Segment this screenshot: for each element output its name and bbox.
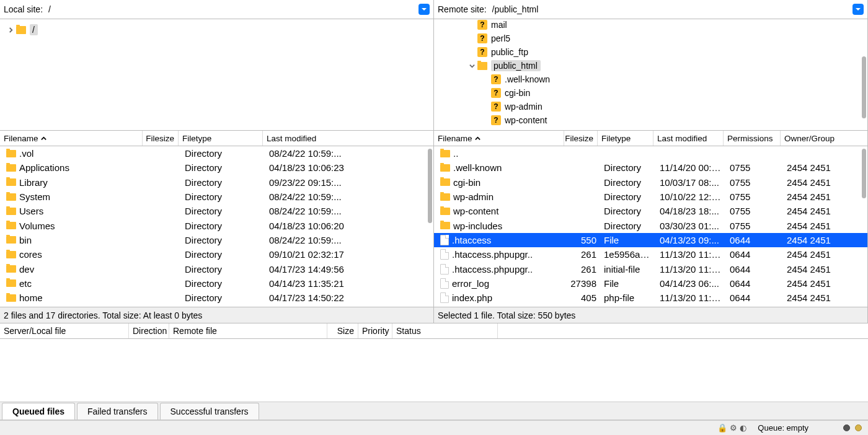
file-row[interactable]: wp-includesDirectory03/30/23 01:...07552… xyxy=(434,218,867,232)
col-remote-file[interactable]: Remote file xyxy=(169,323,327,338)
file-type: Directory xyxy=(600,162,656,173)
tree-item[interactable]: ?perl5 xyxy=(440,32,865,45)
local-path-input[interactable] xyxy=(46,2,418,16)
unknown-folder-icon: ? xyxy=(491,88,501,98)
local-path-dropdown-button[interactable] xyxy=(418,4,430,15)
remote-file-list[interactable]: ...well-knownDirectory11/14/20 00:1...07… xyxy=(434,146,867,307)
col-permissions[interactable]: Permissions xyxy=(724,131,781,146)
file-modified: 04/14/23 11:35:21 xyxy=(265,278,428,289)
tab-queued-files[interactable]: Queued files xyxy=(2,403,75,420)
file-modified: 09/10/21 02:32:17 xyxy=(265,249,428,260)
remote-list-header[interactable]: Filename Filesize Filetype Last modified… xyxy=(434,130,867,146)
col-filesize[interactable]: Filesize xyxy=(143,131,179,146)
file-modified: 04/13/23 09:... xyxy=(656,235,726,245)
tab-failed-transfers[interactable]: Failed transfers xyxy=(77,403,157,420)
tree-item[interactable]: ?wp-admin xyxy=(440,100,865,113)
scrollbar-thumb[interactable] xyxy=(862,56,866,118)
tree-item[interactable]: ?cgi-bin xyxy=(440,86,865,100)
col-filename[interactable]: Filename xyxy=(0,131,143,146)
queue-header[interactable]: Server/Local file Direction Remote file … xyxy=(0,323,868,339)
file-modified: 08/24/22 10:59:... xyxy=(265,206,428,216)
file-row[interactable]: .htaccess.phpupgr..261initial-file11/13/… xyxy=(434,261,867,276)
file-row[interactable]: wp-contentDirectory04/18/23 18:...075524… xyxy=(434,204,867,218)
file-icon xyxy=(440,235,449,245)
remote-directory-tree[interactable]: ?mail?perl5?public_ftppublic_html?.well-… xyxy=(434,19,867,130)
tree-item[interactable]: ?public_ftp xyxy=(440,45,865,59)
col-status[interactable]: Status xyxy=(392,323,498,338)
disclosure-right-icon[interactable] xyxy=(6,25,15,34)
col-filetype[interactable]: Filetype xyxy=(598,131,653,146)
file-row[interactable]: wp-adminDirectory10/10/22 12:5...0755245… xyxy=(434,190,867,204)
file-icon xyxy=(440,249,449,260)
tree-item-label: perl5 xyxy=(491,33,510,43)
tree-item[interactable]: ?mail xyxy=(440,19,865,32)
file-row[interactable]: homeDirectory04/17/23 14:50:22 xyxy=(0,291,433,305)
file-row[interactable]: .htaccess550File04/13/23 09:...06442454 … xyxy=(434,233,867,247)
col-server-file[interactable]: Server/Local file xyxy=(0,323,129,338)
file-row[interactable]: .htaccess.phpupgr..2611e5956a3...11/13/2… xyxy=(434,247,867,261)
file-type: 1e5956a3... xyxy=(600,249,656,260)
col-filetype[interactable]: Filetype xyxy=(179,131,263,146)
folder-icon xyxy=(440,208,450,215)
tab-successful-transfers[interactable]: Successful transfers xyxy=(160,403,259,420)
local-file-list[interactable]: .volDirectory08/24/22 10:59:...Applicati… xyxy=(0,146,433,307)
file-modified: 10/03/17 08:... xyxy=(656,177,726,188)
queue-status-text: Queue: empty xyxy=(758,423,808,433)
tree-item[interactable]: / xyxy=(6,23,431,37)
file-modified: 11/14/20 00:1... xyxy=(656,162,726,173)
remote-status-bar: Selected 1 file. Total size: 550 bytes xyxy=(434,307,867,323)
col-priority[interactable]: Priority xyxy=(358,323,392,338)
folder-icon xyxy=(6,164,16,172)
chevron-down-icon xyxy=(855,6,861,12)
remote-site-label: Remote site: xyxy=(438,4,487,14)
col-owner[interactable]: Owner/Group xyxy=(781,131,855,146)
local-list-header[interactable]: Filename Filesize Filetype Last modified xyxy=(0,130,433,146)
file-modified: 08/24/22 10:59:... xyxy=(265,191,428,202)
file-row[interactable]: UsersDirectory08/24/22 10:59:... xyxy=(0,204,433,218)
col-size[interactable]: Size xyxy=(327,323,358,338)
scrollbar-thumb[interactable] xyxy=(862,149,866,198)
file-type: Directory xyxy=(600,177,656,188)
scrollbar-thumb[interactable] xyxy=(428,149,432,223)
file-size: 405 xyxy=(567,292,600,303)
file-row[interactable]: coresDirectory09/10/21 02:32:17 xyxy=(0,247,433,261)
remote-path-input[interactable] xyxy=(490,2,852,16)
tree-item-label: .well-known xyxy=(505,74,550,84)
col-filename[interactable]: Filename xyxy=(434,131,564,146)
file-row[interactable]: devDirectory04/17/23 14:49:56 xyxy=(0,261,433,276)
col-lastmod[interactable]: Last modified xyxy=(653,131,724,146)
file-row[interactable]: binDirectory08/24/22 10:59:... xyxy=(0,233,433,247)
tree-item[interactable]: ?wp-content xyxy=(440,113,865,127)
local-panel: Local site: / Filename Filesize Filetype… xyxy=(0,0,434,323)
file-name: .. xyxy=(453,148,458,159)
folder-icon xyxy=(440,222,450,229)
file-row[interactable]: index.php405php-file11/13/20 11:3...0644… xyxy=(434,291,867,305)
file-type: Directory xyxy=(181,221,265,231)
file-row[interactable]: SystemDirectory08/24/22 10:59:... xyxy=(0,190,433,204)
queue-body[interactable] xyxy=(0,339,868,402)
col-lastmod[interactable]: Last modified xyxy=(263,131,425,146)
file-type: File xyxy=(600,278,656,289)
file-row[interactable]: error_log27398File04/14/23 06:...0644245… xyxy=(434,276,867,291)
file-modified: 04/17/23 14:50:22 xyxy=(265,292,428,303)
file-name: bin xyxy=(19,235,32,245)
file-permissions: 0755 xyxy=(726,177,783,188)
disclosure-down-icon[interactable] xyxy=(467,61,476,70)
file-row[interactable]: etcDirectory04/14/23 11:35:21 xyxy=(0,276,433,291)
file-row[interactable]: .volDirectory08/24/22 10:59:... xyxy=(0,146,433,160)
file-row[interactable]: .. xyxy=(434,146,867,160)
col-direction[interactable]: Direction xyxy=(129,323,169,338)
file-row[interactable]: .well-knownDirectory11/14/20 00:1...0755… xyxy=(434,160,867,175)
remote-path-dropdown-button[interactable] xyxy=(852,4,864,15)
file-row[interactable]: VolumesDirectory04/18/23 10:06:20 xyxy=(0,218,433,232)
file-row[interactable]: cgi-binDirectory10/03/17 08:...07552454 … xyxy=(434,175,867,190)
file-row[interactable]: LibraryDirectory09/23/22 09:15:... xyxy=(0,175,433,190)
file-owner: 2454 2451 xyxy=(783,235,857,245)
file-type: Directory xyxy=(600,221,656,231)
tree-item[interactable]: ?.well-known xyxy=(440,72,865,86)
file-row[interactable]: ApplicationsDirectory04/18/23 10:06:23 xyxy=(0,160,433,175)
local-directory-tree[interactable]: / xyxy=(0,19,433,130)
file-modified: 04/18/23 18:... xyxy=(656,206,726,216)
tree-item[interactable]: public_html xyxy=(440,59,865,72)
col-filesize[interactable]: Filesize xyxy=(564,131,598,146)
